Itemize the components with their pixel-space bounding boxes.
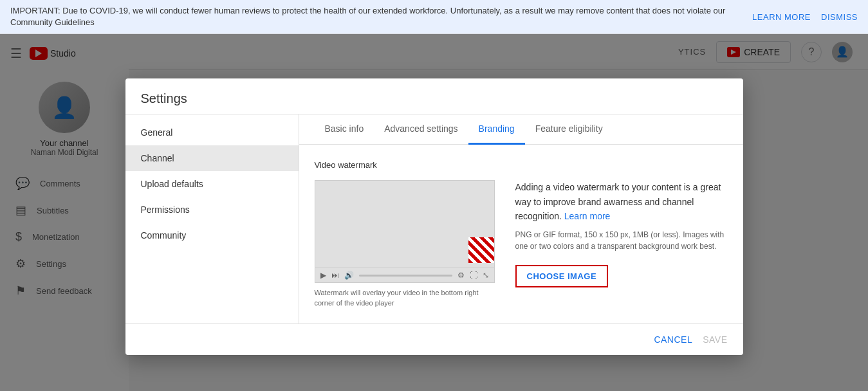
watermark-section: ▶ ⏭ 🔊 ⚙ ⛶ ⤡ Watermark will — [315, 180, 728, 308]
settings-nav-item-label: Permissions — [141, 205, 190, 215]
tab-label: Basic info — [325, 123, 364, 134]
watermark-stripes — [468, 237, 494, 263]
settings-nav-item-channel[interactable]: Channel — [125, 145, 299, 171]
modal-title: Settings — [125, 78, 743, 114]
tab-label: Feature eligibility — [535, 123, 603, 134]
fullscreen-icon[interactable]: ⛶ — [470, 271, 477, 280]
tab-feature-eligibility[interactable]: Feature eligibility — [525, 114, 613, 145]
settings-nav-item-community[interactable]: Community — [125, 223, 299, 248]
tab-label: Branding — [479, 123, 515, 134]
modal-footer: CANCEL SAVE — [125, 323, 743, 355]
modal-overlay: Settings General Channel Upload defaults… — [0, 34, 868, 391]
save-button[interactable]: SAVE — [703, 334, 727, 345]
settings-nav-item-general[interactable]: General — [125, 120, 299, 145]
settings-nav: General Channel Upload defaults Permissi… — [125, 114, 299, 323]
watermark-badge — [468, 237, 494, 263]
settings-nav-item-upload-defaults[interactable]: Upload defaults — [125, 171, 299, 197]
tab-label: Advanced settings — [384, 123, 457, 134]
choose-image-button[interactable]: CHOOSE IMAGE — [515, 265, 609, 287]
video-preview: ▶ ⏭ 🔊 ⚙ ⛶ ⤡ Watermark will — [315, 180, 495, 308]
tab-advanced-settings[interactable]: Advanced settings — [374, 114, 468, 145]
video-controls: ▶ ⏭ 🔊 ⚙ ⛶ ⤡ — [315, 268, 494, 282]
info-panel: Adding a video watermark to your content… — [515, 180, 728, 308]
play-icon[interactable]: ▶ — [320, 271, 326, 280]
banner-message: IMPORTANT: Due to COVID-19, we will cond… — [10, 6, 725, 27]
info-description: Adding a video watermark to your content… — [515, 180, 728, 223]
settings-nav-item-label: General — [141, 127, 173, 138]
step-forward-icon[interactable]: ⏭ — [331, 271, 339, 280]
tabs: Basic info Advanced settings Branding Fe… — [299, 114, 743, 145]
banner-actions: LEARN MORE DISMISS — [752, 12, 858, 22]
video-player-mock: ▶ ⏭ 🔊 ⚙ ⛶ ⤡ — [315, 180, 495, 283]
settings-nav-item-permissions[interactable]: Permissions — [125, 197, 299, 223]
settings-content: Basic info Advanced settings Branding Fe… — [299, 114, 743, 323]
cancel-button[interactable]: CANCEL — [654, 334, 692, 345]
volume-icon[interactable]: 🔊 — [344, 271, 354, 280]
section-label: Video watermark — [315, 160, 728, 170]
format-info: PNG or GIF format, 150 x 150 px, 1MB (or… — [515, 229, 728, 252]
tab-branding[interactable]: Branding — [468, 114, 525, 145]
expand-icon[interactable]: ⤡ — [483, 271, 489, 280]
settings-nav-item-label: Channel — [141, 153, 174, 163]
learn-more-link[interactable]: Learn more — [564, 211, 611, 221]
content-area: Video watermark ▶ ⏭ — [299, 145, 743, 323]
settings-icon-player[interactable]: ⚙ — [457, 271, 465, 280]
settings-nav-item-label: Community — [141, 230, 187, 241]
progress-bar[interactable] — [359, 275, 452, 277]
main-layout: ☰ Studio 👤 Your channel Naman Modi Digit… — [0, 34, 868, 391]
settings-modal: Settings General Channel Upload defaults… — [125, 78, 743, 355]
video-caption: Watermark will overlay your video in the… — [315, 288, 495, 308]
banner-text: IMPORTANT: Due to COVID-19, we will cond… — [10, 5, 739, 28]
learn-more-button[interactable]: LEARN MORE — [752, 12, 811, 22]
modal-body: General Channel Upload defaults Permissi… — [125, 114, 743, 323]
tab-basic-info[interactable]: Basic info — [315, 114, 374, 145]
settings-nav-item-label: Upload defaults — [141, 179, 203, 189]
dismiss-button[interactable]: DISMISS — [821, 12, 858, 22]
covid-banner: IMPORTANT: Due to COVID-19, we will cond… — [0, 0, 868, 34]
